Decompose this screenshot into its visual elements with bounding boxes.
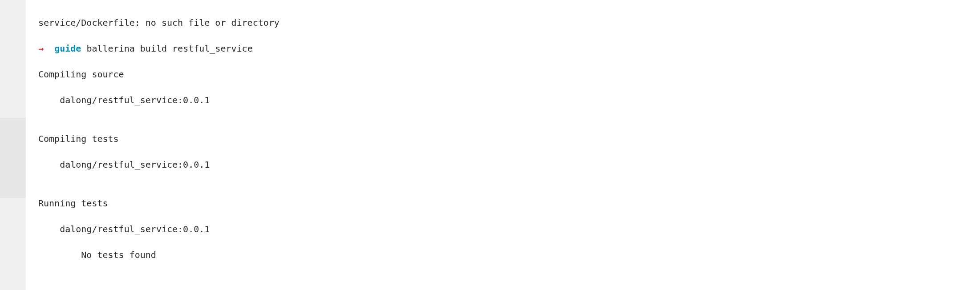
output-line: No tests found xyxy=(38,249,371,262)
output-line: Generating executable xyxy=(38,287,371,290)
output-line: dalong/restful_service:0.0.1 xyxy=(38,158,371,171)
prompt-arrow-icon: → xyxy=(38,43,44,54)
output-line: dalong/restful_service:0.0.1 xyxy=(38,223,371,236)
output-line: Compiling source xyxy=(38,68,371,81)
output-line: Compiling tests xyxy=(38,133,371,145)
output-line: Running tests xyxy=(38,197,371,210)
editor-gutter xyxy=(0,0,26,290)
prompt-line[interactable]: → guide ballerina build restful_service xyxy=(38,42,371,55)
output-line: service/Dockerfile: no such file or dire… xyxy=(38,16,371,29)
prompt-path: guide xyxy=(54,43,81,54)
gutter-selection xyxy=(0,118,26,198)
terminal-output: service/Dockerfile: no such file or dire… xyxy=(26,0,371,290)
prompt-command: ballerina build restful_service xyxy=(86,43,252,54)
output-line: dalong/restful_service:0.0.1 xyxy=(38,94,371,107)
